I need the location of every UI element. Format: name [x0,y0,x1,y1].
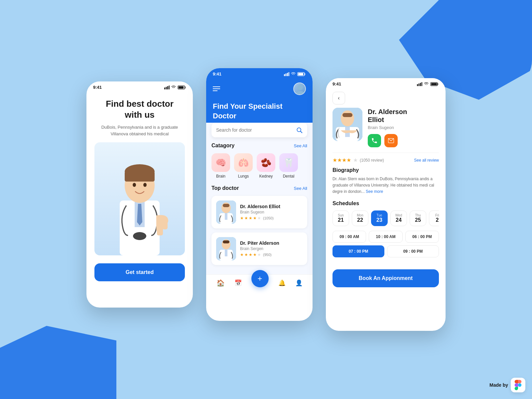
phone1-body: Find best doctor with us DuBois, Pennsyl… [86,92,193,288]
time-0700pm[interactable]: 07 : 00 PM [332,245,384,257]
star2: ★ [244,216,248,220]
svg-rect-2 [167,86,168,89]
svg-rect-38 [417,84,418,86]
see-all-review[interactable]: See all review [414,158,439,163]
doctor-card-2[interactable]: Dr. Piter Alderson Brain Sergen ★ ★ ★ ★ … [211,232,307,265]
profile-doc-svg [332,108,362,141]
svg-rect-1 [166,87,167,89]
svg-line-27 [301,131,302,133]
user-avatar[interactable] [293,82,306,95]
profile-name: Dr. Alderson Elliot [368,108,407,124]
svg-rect-46 [342,113,352,117]
svg-point-13 [133,183,136,187]
profile-section: Dr. Alderson Elliot Brain Sugeon [326,108,446,153]
avatar-svg [294,83,306,95]
biography-title: Biography [332,167,439,173]
doctor-info-2: Dr. Piter Alderson Brain Sergen ★ ★ ★ ★ … [240,240,303,257]
doctor-info-1: Dr. Alderson Elliot Brain Sugeon ★ ★ ★ ★… [240,204,303,220]
phone-welcome: 9:41 Find best doctor with us DuBois, Pe… [86,81,193,308]
brain-label: Brain [216,174,225,179]
doctor-avatar-1 [216,200,236,224]
bio-content: Dr. Alan Stern was born in DuBois, Penns… [332,177,434,194]
svg-point-25 [296,91,305,95]
svg-rect-23 [298,73,303,75]
see-more-link[interactable]: See more [366,189,383,194]
time-1000am[interactable]: 10 : 00 AM [369,231,402,243]
rating-half-star: ★ [353,157,358,163]
status-bar-1: 9:41 [86,81,193,92]
svg-rect-32 [225,213,227,220]
call-button[interactable] [368,134,381,147]
phone-icon [371,137,378,144]
date-thu-25[interactable]: Thu 25 [410,210,426,226]
made-by-label: Made by [489,382,508,388]
calendar-nav-icon[interactable]: 📅 [234,279,242,287]
home-nav-icon[interactable]: 🏠 [216,279,225,287]
kidney-icon-bg: 🫘 [257,153,275,172]
rating-count: (1050 review) [360,158,384,163]
doctor-svg-card-1 [216,200,236,224]
signal-icon-1 [164,85,170,89]
brain-icon-bg: 🧠 [211,153,230,172]
doctor-spec-1: Brain Sugeon [240,210,303,214]
biography-section: Biography Dr. Alan Stern was born in DuB… [326,167,446,200]
top-doctor-section-header: Top doctor See All [211,185,307,191]
notifications-nav-icon[interactable]: 🔔 [278,279,286,287]
welcome-title: Find best doctor with us [94,98,185,120]
category-kidney[interactable]: 🫘 Kedney [257,153,275,179]
wifi-icon-1 [171,85,176,89]
doctor-name-2: Dr. Piter Alderson [240,240,303,246]
date-tue-23[interactable]: Tue 23 [371,210,388,226]
status-time-2: 9:41 [213,71,221,76]
email-button[interactable] [384,134,398,147]
date-sun-21[interactable]: Sun 21 [332,210,349,226]
top-doctor-see-all[interactable]: See All [294,186,307,191]
phone-doctor-profile: 9:41 ‹ [326,78,446,331]
svg-rect-40 [420,83,421,86]
category-see-all[interactable]: See All [294,143,307,148]
category-brain[interactable]: 🧠 Brain [211,153,230,179]
doctor-stars-1: ★ ★ ★ ★ ★ (1050) [240,216,303,220]
status-bar-3: 9:41 [326,78,446,88]
phone2-nav [213,82,306,95]
wifi-icon-2 [291,72,296,76]
get-started-button[interactable]: Get started [94,263,185,281]
kidney-label: Kedney [259,174,273,179]
profile-info: Dr. Alderson Elliot Brain Sugeon [368,108,407,147]
brush-stroke-bottom [0,326,116,399]
time-0900pm[interactable]: 09 : 00 PM [387,245,439,257]
category-lungs[interactable]: 🫁 Lungs [234,153,253,179]
svg-rect-19 [286,73,287,76]
wifi-icon-3 [424,82,429,86]
doctor-spec-2: Brain Sergen [240,246,303,251]
svg-rect-37 [225,250,227,256]
doctor-card-1[interactable]: Dr. Alderson Elliot Brain Sugeon ★ ★ ★ ★… [211,196,307,228]
book-appointment-button[interactable]: Book An Appionment [332,269,439,287]
search-bar[interactable] [211,123,307,137]
time-0600pm[interactable]: 06 : 00 PM [405,231,439,243]
add-button[interactable]: + [251,270,269,287]
date-fri-2[interactable]: Fri 2 [429,210,439,226]
category-title: Catagory [211,143,234,149]
search-icon [296,127,303,133]
back-button[interactable]: ‹ [332,92,345,104]
profile-nav-icon[interactable]: 👤 [295,279,303,287]
phone2-body: Catagory See All 🧠 Brain 🫁 Lungs 🫘 Kedne… [206,123,313,274]
svg-rect-0 [164,87,165,89]
date-mon-22[interactable]: Mon 22 [352,210,368,226]
status-icons-1 [164,85,186,89]
battery-icon-2 [297,72,306,76]
time-0900am[interactable]: 09 : 00 AM [332,231,366,243]
search-input[interactable] [216,127,296,133]
divider-1 [332,153,439,153]
hamburger-menu[interactable] [213,86,220,91]
category-dental[interactable]: 🦷 Dental [279,153,298,179]
rating-stars: ★★★★ [332,157,351,163]
svg-point-15 [133,232,146,240]
top-doctor-title: Top doctor [211,185,239,191]
svg-point-45 [341,110,354,126]
date-wed-24[interactable]: Wed 24 [390,210,407,226]
svg-rect-18 [284,74,285,76]
svg-rect-30 [223,204,229,207]
profile-specialty: Brain Sugeon [368,125,407,130]
